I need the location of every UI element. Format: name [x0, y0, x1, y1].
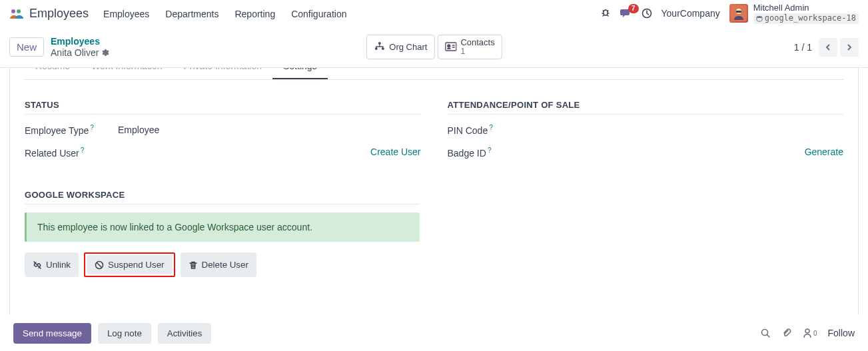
avatar — [729, 4, 748, 23]
contact-card-icon — [444, 42, 456, 51]
help-icon[interactable]: ? — [81, 147, 85, 154]
alert-linked: This employee is now linked to a Google … — [25, 212, 420, 242]
section-status: STATUS — [25, 100, 421, 115]
company-selector[interactable]: YourCompany — [661, 8, 720, 19]
breadcrumb-parent[interactable]: Employees — [51, 36, 109, 47]
svg-point-9 — [381, 47, 384, 50]
breadcrumb-current: Anita Oliver — [51, 47, 109, 58]
highlight-suspend: Suspend User — [84, 252, 175, 277]
svg-point-6 — [757, 16, 762, 18]
followers-icon[interactable]: 0 — [803, 328, 817, 338]
section-attendance: ATTENDANCE/POINT OF SALE — [448, 100, 844, 115]
app-icon[interactable] — [9, 8, 24, 20]
debug-icon[interactable] — [600, 8, 611, 19]
svg-rect-10 — [445, 43, 456, 51]
unlink-icon — [33, 260, 42, 270]
contacts-button[interactable]: Contacts1 — [437, 35, 502, 59]
activities-button[interactable]: Activities — [158, 323, 212, 344]
label-employee-type: Employee Type? — [25, 124, 118, 136]
help-icon[interactable]: ? — [488, 147, 492, 154]
suspend-user-button[interactable]: Suspend User — [87, 255, 172, 274]
tab-work-information[interactable]: Work Information — [81, 68, 173, 79]
breadcrumb: Employees Anita Oliver — [51, 36, 109, 57]
database-badge: google_workspace-18 — [753, 13, 859, 24]
nav-employees[interactable]: Employees — [103, 9, 149, 19]
attachments-icon[interactable] — [781, 328, 792, 338]
search-messages-icon[interactable] — [760, 328, 771, 338]
log-note-button[interactable]: Log note — [98, 323, 151, 344]
send-message-button[interactable]: Send message — [13, 323, 91, 344]
tab-settings[interactable]: Settings — [272, 68, 328, 79]
svg-point-14 — [805, 329, 809, 333]
nav-configuration[interactable]: Configuration — [291, 9, 346, 19]
svg-point-7 — [378, 42, 380, 45]
messaging-badge: 7 — [628, 4, 639, 13]
org-chart-icon — [373, 41, 385, 52]
user-name: Mitchell Admin — [753, 3, 859, 13]
chevron-right-icon — [846, 43, 853, 51]
help-icon[interactable]: ? — [489, 124, 493, 131]
label-related-user: Related User? — [25, 147, 118, 159]
pager-prev-button[interactable] — [819, 38, 837, 57]
pager-next-button[interactable] — [840, 38, 859, 57]
follow-button[interactable]: Follow — [828, 328, 855, 338]
svg-point-11 — [447, 45, 450, 47]
svg-point-0 — [11, 9, 15, 13]
help-icon[interactable]: ? — [90, 124, 94, 131]
svg-rect-5 — [736, 11, 741, 13]
nav-departments[interactable]: Departments — [165, 9, 218, 19]
generate-link[interactable]: Generate — [805, 147, 843, 157]
delete-user-button[interactable]: Delete User — [181, 252, 256, 277]
trash-icon — [189, 260, 198, 270]
unlink-button[interactable]: Unlink — [25, 252, 79, 277]
value-employee-type[interactable]: Employee — [118, 125, 421, 135]
section-google-workspace: GOOGLE WORKSPACE — [25, 190, 420, 204]
user-menu[interactable]: Mitchell Admin google_workspace-18 — [729, 3, 859, 24]
new-button[interactable]: New — [9, 37, 44, 57]
pager-text[interactable]: 1 / 1 — [794, 42, 812, 53]
follower-count: 0 — [813, 330, 817, 337]
org-chart-button[interactable]: Org Chart — [366, 35, 434, 59]
tab-resume[interactable]: Resume — [25, 68, 81, 79]
gear-icon[interactable] — [101, 49, 109, 57]
ban-icon — [95, 260, 104, 270]
create-user-link[interactable]: Create User — [370, 147, 420, 157]
chevron-left-icon — [825, 43, 831, 51]
tab-private-information[interactable]: Private Information — [173, 68, 272, 79]
svg-point-8 — [374, 47, 377, 50]
label-badge-id: Badge ID? — [448, 147, 541, 159]
svg-point-1 — [17, 9, 21, 13]
messaging-icon[interactable]: 7 — [620, 8, 632, 19]
activities-icon[interactable] — [642, 8, 652, 19]
label-pin-code: PIN Code? — [448, 124, 541, 136]
nav-reporting[interactable]: Reporting — [234, 9, 275, 19]
app-title[interactable]: Employees — [29, 7, 89, 21]
